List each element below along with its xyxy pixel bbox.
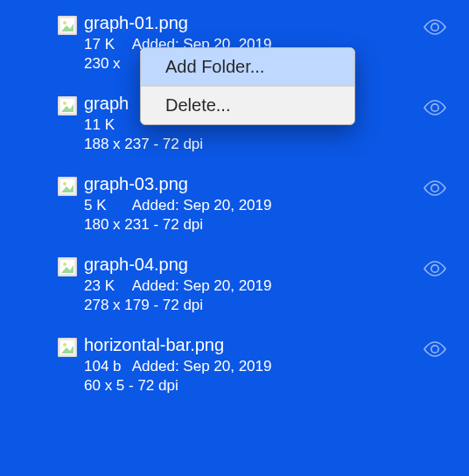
svg-point-4 [431,24,438,31]
file-meta-line1: 104 b Added: Sep 20, 2019 [84,357,271,376]
context-menu-delete[interactable]: Delete... [141,87,354,124]
svg-point-17 [63,262,66,266]
file-dimensions: 180 x 231 - 72 dpi [84,215,271,234]
image-thumbnail-icon [58,16,77,35]
svg-point-2 [63,21,66,24]
preview-eye-icon[interactable] [424,19,446,35]
image-thumbnail-icon [58,96,77,116]
file-dimensions: 188 x 237 - 72 dpi [84,135,203,154]
svg-point-19 [431,265,438,272]
file-size: 11 K [84,116,128,135]
file-name: horizontal-bar.png [84,334,271,355]
file-dimensions: 60 x 5 - 72 dpi [84,376,271,396]
file-added-date: Added: Sep 20, 2019 [132,357,272,376]
file-dimensions: 278 x 179 - 72 dpi [84,296,271,315]
svg-point-12 [63,182,66,186]
file-added-date: Added: Sep 20, 2019 [132,196,272,215]
list-item[interactable]: graph-03.png 5 K Added: Sep 20, 2019 180… [0,168,469,248]
file-size: 5 K [84,196,128,215]
svg-point-22 [63,343,66,346]
context-menu-add-folder[interactable]: Add Folder... [141,48,354,86]
file-name: graph-01.png [84,12,271,33]
file-added-date: Added: Sep 20, 2019 [132,276,272,296]
file-size: 23 K [84,276,128,296]
file-size: 17 K [84,35,128,54]
file-meta-line1: 23 K Added: Sep 20, 2019 [84,276,271,296]
svg-point-9 [431,104,438,111]
file-meta-line1: 5 K Added: Sep 20, 2019 [84,196,271,215]
list-item[interactable]: graph-04.png 23 K Added: Sep 20, 2019 27… [0,248,469,329]
context-menu: Add Folder... Delete... [140,47,355,125]
file-name: graph-03.png [84,173,271,194]
image-thumbnail-icon [58,338,77,357]
svg-point-7 [63,102,66,105]
preview-eye-icon[interactable] [424,341,446,357]
svg-point-24 [431,346,438,353]
file-name: graph-04.png [84,254,271,275]
preview-eye-icon[interactable] [424,180,446,196]
preview-eye-icon[interactable] [424,100,446,116]
file-size: 104 b [84,357,128,376]
svg-point-14 [431,185,438,192]
list-item[interactable]: horizontal-bar.png 104 b Added: Sep 20, … [0,329,469,410]
preview-eye-icon[interactable] [424,261,446,276]
image-thumbnail-icon [58,257,77,276]
image-thumbnail-icon [58,177,77,196]
